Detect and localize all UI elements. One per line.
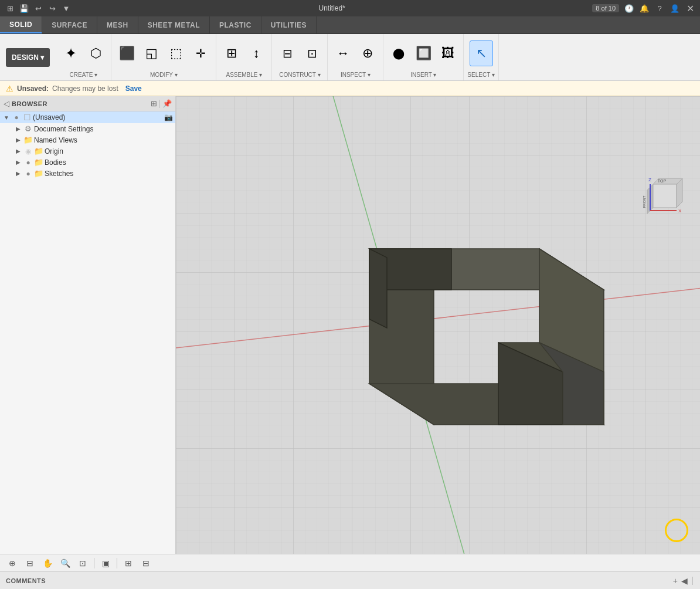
3d-model[interactable] bbox=[293, 202, 633, 542]
assemble2-button[interactable]: ↕ bbox=[244, 40, 268, 66]
shell-button[interactable]: ⬚ bbox=[164, 40, 188, 66]
orbit-button[interactable]: ⊕ bbox=[5, 556, 20, 570]
tree-label-bodies: Bodies bbox=[45, 158, 66, 167]
pushpull-icon: ⬛ bbox=[119, 47, 135, 60]
toolbar-select-section: ↖ SELECT ▾ bbox=[464, 34, 499, 80]
tab-plastic[interactable]: PLASTIC bbox=[210, 16, 261, 33]
save-button[interactable]: Save bbox=[122, 83, 145, 94]
redo-icon[interactable]: ↪ bbox=[47, 3, 57, 13]
toolbar-insert-section: ⬤ 🔲 🖼 INSERT ▾ bbox=[383, 34, 464, 80]
viewport[interactable]: TOP FRONT Z X bbox=[176, 96, 700, 554]
browser-header: ◁ BROWSER ⊞ 📌 bbox=[0, 96, 175, 111]
select-label[interactable]: SELECT ▾ bbox=[467, 72, 495, 78]
construct-label[interactable]: CONSTRUCT ▾ bbox=[279, 72, 320, 78]
pan-button[interactable]: ✋ bbox=[40, 556, 55, 570]
tree-item-doc-settings[interactable]: ▶ ⚙ Document Settings bbox=[0, 123, 175, 134]
browser-collapse-icon[interactable]: ◁ bbox=[4, 99, 9, 108]
insert1-button[interactable]: ⬤ bbox=[387, 40, 410, 66]
move-button[interactable]: ✛ bbox=[189, 40, 212, 66]
svg-text:TOP: TOP bbox=[658, 179, 667, 183]
tree-item-bodies[interactable]: ▶ ● 📁 Bodies bbox=[0, 157, 175, 168]
tree-item-root[interactable]: ▼ ● ☐ (Unsaved) 📷 bbox=[0, 111, 175, 123]
tree-vis-bodies[interactable]: ● bbox=[23, 158, 33, 167]
toolbar-create-section: ✦ ⬡ CREATE ▾ bbox=[56, 34, 111, 80]
display-mode-button[interactable]: ▣ bbox=[98, 556, 113, 570]
tree-folder-root: ☐ bbox=[22, 113, 32, 122]
create-sketch-button[interactable]: ✦ bbox=[59, 40, 83, 66]
tab-bar: SOLID SURFACE MESH SHEET METAL PLASTIC U… bbox=[0, 16, 700, 34]
notification-circle[interactable] bbox=[665, 519, 688, 542]
tree-arrow-sketches[interactable]: ▶ bbox=[14, 170, 22, 177]
warning-icon: ⚠ bbox=[6, 84, 13, 93]
bottom-toolbar: ⊕ ⊟ ✋ 🔍 ⊡ ▣ ⊞ ⊟ bbox=[0, 554, 700, 571]
save-icon[interactable]: 💾 bbox=[19, 3, 29, 13]
undo-icon[interactable]: ↩ bbox=[33, 3, 43, 13]
axis-cube-svg: TOP FRONT Z X bbox=[641, 172, 688, 219]
comments-add-button[interactable]: + bbox=[673, 576, 678, 585]
fillet-button[interactable]: ◱ bbox=[140, 40, 163, 66]
tree-camera-root[interactable]: 📷 bbox=[164, 113, 173, 121]
assemble1-button[interactable]: ⊞ bbox=[220, 40, 243, 66]
tree-label-root: (Unsaved) bbox=[33, 113, 65, 121]
design-button[interactable]: DESIGN ▾ bbox=[6, 48, 50, 67]
insert3-button[interactable]: 🖼 bbox=[436, 40, 460, 66]
fit-screen-button[interactable]: ⊟ bbox=[22, 556, 38, 570]
tab-utilities[interactable]: UTILITIES bbox=[261, 16, 317, 33]
user-icon[interactable]: 👤 bbox=[670, 3, 680, 13]
apps-icon[interactable]: ⊞ bbox=[5, 3, 15, 13]
grid-button[interactable]: ⊞ bbox=[121, 556, 136, 570]
tab-sheetmetal[interactable]: SHEET METAL bbox=[138, 16, 210, 33]
tree-arrow-bodies[interactable]: ▶ bbox=[14, 159, 22, 165]
pushpull-button[interactable]: ⬛ bbox=[115, 40, 138, 66]
tree-vis-root[interactable]: ● bbox=[12, 113, 21, 121]
comments-collapse-button[interactable]: ◀ bbox=[681, 576, 688, 585]
tree-item-origin[interactable]: ▶ ◉ 📁 Origin bbox=[0, 145, 175, 157]
tree-arrow-root[interactable]: ▼ bbox=[2, 114, 11, 121]
create-label[interactable]: CREATE ▾ bbox=[70, 72, 98, 78]
select-icon: ↖ bbox=[476, 47, 487, 60]
tree-item-sketches[interactable]: ▶ ● 📁 Sketches bbox=[0, 168, 175, 179]
insert2-button[interactable]: 🔲 bbox=[412, 40, 435, 66]
inspect2-button[interactable]: ⊕ bbox=[356, 40, 379, 66]
help-icon[interactable]: ? bbox=[654, 3, 665, 13]
toolbar-inspect-section: ↔ ⊕ INSPECT ▾ bbox=[328, 34, 383, 80]
modify-label[interactable]: MODIFY ▾ bbox=[150, 72, 177, 78]
tab-surface[interactable]: SURFACE bbox=[42, 16, 97, 33]
tree-item-named-views[interactable]: ▶ 📁 Named Views bbox=[0, 134, 175, 145]
toolbar: DESIGN ▾ ✦ ⬡ CREATE ▾ ⬛ ◱ ⬚ bbox=[0, 34, 700, 81]
tab-mesh[interactable]: MESH bbox=[97, 16, 138, 33]
toolbar-assemble-section: ⊞ ↕ ASSEMBLE ▾ bbox=[216, 34, 272, 80]
zoom-fit-button[interactable]: ⊡ bbox=[75, 556, 90, 570]
insert2-icon: 🔲 bbox=[416, 47, 431, 60]
browser-pin-icon[interactable]: 📌 bbox=[162, 99, 172, 108]
more-icon[interactable]: ▼ bbox=[61, 3, 72, 13]
grid-options-button[interactable]: ⊟ bbox=[138, 556, 154, 570]
clock-icon[interactable]: 🕐 bbox=[624, 3, 634, 13]
close-button[interactable]: ✕ bbox=[685, 3, 695, 13]
zoom-in-button[interactable]: 🔍 bbox=[57, 556, 73, 570]
tree-arrow-origin[interactable]: ▶ bbox=[14, 148, 22, 154]
inspect-label[interactable]: INSPECT ▾ bbox=[341, 72, 371, 78]
tree-vis-origin[interactable]: ◉ bbox=[23, 147, 33, 155]
insert-label[interactable]: INSERT ▾ bbox=[410, 72, 436, 78]
fillet-icon: ◱ bbox=[145, 47, 158, 60]
construct2-icon: ⊡ bbox=[307, 48, 317, 59]
tree-arrow-doc[interactable]: ▶ bbox=[14, 126, 22, 132]
tab-solid[interactable]: SOLID bbox=[0, 16, 42, 33]
construct1-button[interactable]: ⊟ bbox=[276, 40, 299, 66]
construct2-button[interactable]: ⊡ bbox=[300, 40, 324, 66]
bell-icon[interactable]: 🔔 bbox=[639, 3, 650, 13]
tree-vis-sketches[interactable]: ● bbox=[23, 170, 33, 178]
select-button[interactable]: ↖ bbox=[470, 40, 493, 66]
assemble-label[interactable]: ASSEMBLE ▾ bbox=[226, 72, 262, 78]
browser-expand-icon[interactable]: ⊞ bbox=[151, 99, 157, 108]
axis-cube[interactable]: TOP FRONT Z X bbox=[641, 172, 688, 221]
browser-title: BROWSER bbox=[12, 100, 148, 107]
title-bar: ⊞ 💾 ↩ ↪ ▼ Untitled* 8 of 10 🕐 🔔 ? 👤 ✕ bbox=[0, 0, 700, 16]
inspect1-button[interactable]: ↔ bbox=[331, 40, 355, 66]
notification-message: Changes may be lost bbox=[52, 84, 118, 93]
svg-text:Z: Z bbox=[648, 177, 651, 182]
extrude-button[interactable]: ⬡ bbox=[84, 40, 107, 66]
tree-label-sketches: Sketches bbox=[45, 170, 73, 178]
tree-arrow-views[interactable]: ▶ bbox=[14, 137, 22, 143]
